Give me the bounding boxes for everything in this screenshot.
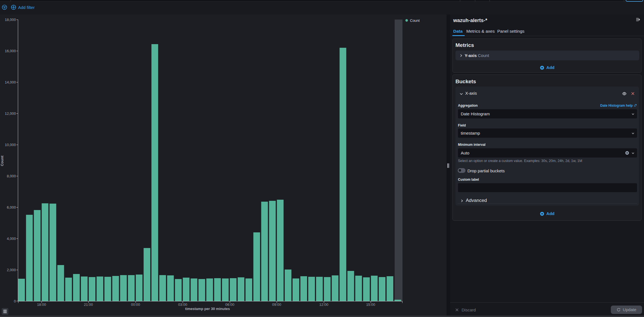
svg-text:03:00: 03:00 <box>178 302 187 307</box>
svg-text:00:00: 00:00 <box>131 302 140 307</box>
svg-text:09:00: 09:00 <box>272 302 281 307</box>
svg-text:2,000: 2,000 <box>7 268 16 272</box>
svg-text:0: 0 <box>14 299 16 303</box>
svg-text:6,000: 6,000 <box>7 205 16 209</box>
svg-text:18:00: 18:00 <box>37 302 46 307</box>
svg-text:12:00: 12:00 <box>319 302 329 307</box>
svg-text:16,000: 16,000 <box>5 49 16 53</box>
svg-text:21:00: 21:00 <box>84 302 93 307</box>
svg-text:Count: Count <box>0 156 4 166</box>
svg-text:timestamp per 30 minutes: timestamp per 30 minutes <box>185 307 230 311</box>
svg-text:4,000: 4,000 <box>7 237 16 241</box>
svg-text:15:00: 15:00 <box>366 302 375 307</box>
svg-text:06:00: 06:00 <box>225 302 235 307</box>
svg-text:Count: Count <box>410 18 420 23</box>
svg-text:8,000: 8,000 <box>7 174 16 178</box>
svg-text:12,000: 12,000 <box>5 111 16 116</box>
svg-text:10,000: 10,000 <box>5 143 16 147</box>
svg-text:18,000: 18,000 <box>5 18 16 22</box>
svg-text:14,000: 14,000 <box>5 80 16 84</box>
